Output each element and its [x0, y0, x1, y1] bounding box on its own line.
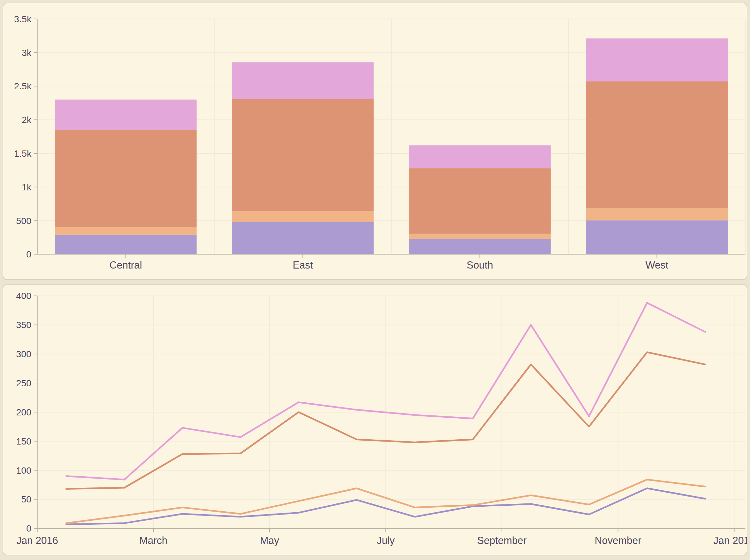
bar-segment-south-salmon[interactable] — [409, 168, 551, 234]
x-month-label: March — [139, 535, 167, 546]
bar-segment-south-purple[interactable] — [409, 239, 551, 254]
x-category-label: West — [646, 259, 669, 271]
bar-segment-south-pink[interactable] — [409, 145, 551, 168]
line-chart-panel: 050100150200250300350400Jan 2016MarchMay… — [3, 284, 747, 555]
x-category-label: East — [293, 259, 313, 271]
bar-segment-east-pink[interactable] — [232, 62, 374, 99]
bar-segment-central-purple[interactable] — [55, 235, 197, 255]
bar-segment-central-tan[interactable] — [55, 227, 197, 235]
bar-segment-west-tan[interactable] — [586, 208, 728, 220]
bar-segment-east-salmon[interactable] — [232, 99, 374, 211]
x-month-label: November — [595, 535, 642, 546]
y-tick-label: 300 — [16, 349, 32, 359]
bar-segment-central-pink[interactable] — [55, 99, 197, 130]
y-tick-label: 3.5k — [14, 14, 32, 24]
x-month-label: May — [260, 535, 279, 546]
y-tick-label: 2.5k — [14, 81, 32, 91]
bar-segment-east-purple[interactable] — [232, 222, 374, 255]
y-tick-label: 500 — [16, 216, 32, 226]
y-tick-label: 350 — [16, 320, 32, 330]
y-tick-label: 1k — [22, 182, 32, 192]
y-tick-label: 150 — [16, 436, 32, 446]
y-tick-label: 3k — [22, 48, 32, 58]
bar-segment-west-purple[interactable] — [586, 220, 728, 255]
line-chart: 050100150200250300350400Jan 2016MarchMay… — [3, 285, 747, 555]
stacked-bar-chart: 05001k1.5k2k2.5k3k3.5kCentralEastSouthWe… — [3, 3, 747, 279]
y-tick-label: 100 — [16, 465, 32, 476]
y-tick-label: 1.5k — [14, 148, 32, 159]
bar-segment-west-pink[interactable] — [586, 38, 728, 81]
x-month-label: September — [477, 535, 527, 546]
x-month-label: Jan 2016 — [16, 535, 58, 546]
y-tick-label: 400 — [16, 291, 32, 301]
y-tick-label: 50 — [21, 495, 32, 505]
stacked-bar-chart-panel: 05001k1.5k2k2.5k3k3.5kCentralEastSouthWe… — [3, 3, 747, 280]
y-tick-label: 2k — [22, 115, 32, 125]
y-tick-label: 0 — [26, 249, 32, 259]
x-month-label: Jan 2017 — [713, 535, 747, 546]
bar-segment-south-tan[interactable] — [409, 234, 551, 239]
x-category-label: South — [467, 259, 493, 271]
y-tick-label: 250 — [16, 378, 32, 388]
y-tick-label: 0 — [26, 523, 32, 534]
x-category-label: Central — [110, 259, 142, 271]
bar-segment-central-salmon[interactable] — [55, 130, 197, 227]
bar-segment-west-salmon[interactable] — [586, 81, 728, 208]
bar-segment-east-tan[interactable] — [232, 211, 374, 222]
x-month-label: July — [377, 535, 395, 546]
y-tick-label: 200 — [16, 407, 32, 417]
